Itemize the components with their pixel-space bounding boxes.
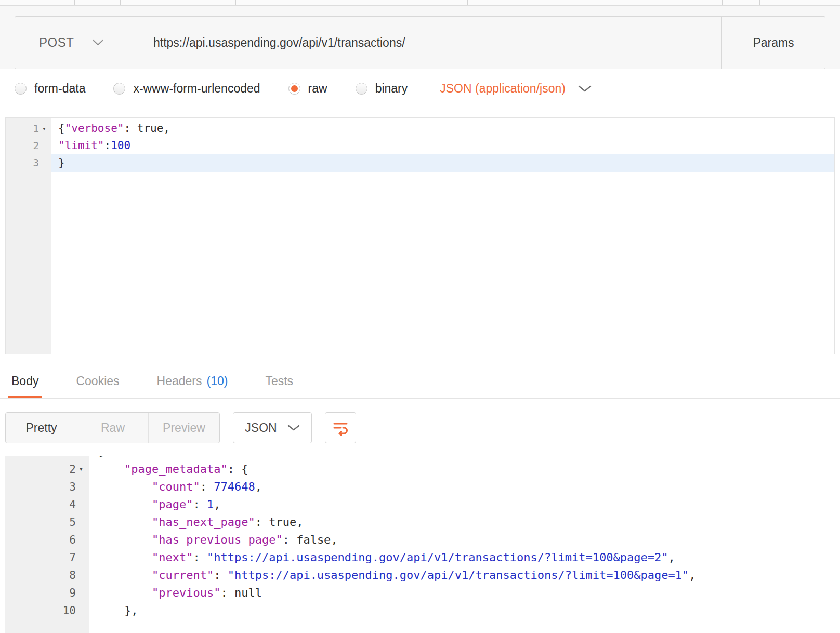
url-input[interactable]: https://api.usaspending.gov/api/v1/trans…	[136, 17, 721, 69]
response-toolbar: Pretty Raw Preview JSON	[0, 399, 840, 456]
code-line: 1▾{"verbose": true,	[6, 120, 834, 137]
radio-label: form-data	[34, 82, 85, 96]
view-mode-pretty[interactable]: Pretty	[6, 413, 77, 443]
fold-arrow-icon[interactable]: ▾	[76, 460, 86, 478]
code-line: 2▾ "page_metadata": {	[5, 460, 835, 478]
response-body-viewer[interactable]: 1{2▾ "page_metadata": {3 "count": 774648…	[5, 456, 835, 633]
body-type-radio-raw[interactable]: raw	[288, 82, 327, 96]
code-line: 2"limit":100	[6, 137, 834, 154]
body-type-radio-binary[interactable]: binary	[356, 82, 408, 96]
radio-label: binary	[375, 82, 408, 96]
response-tab-cookies[interactable]: Cookies	[73, 366, 122, 398]
code-line: 1{	[5, 456, 835, 460]
view-mode-preview[interactable]: Preview	[148, 413, 219, 443]
tab-divider	[120, 0, 121, 5]
code-line: 3 "count": 774648,	[5, 478, 835, 496]
tab-divider	[640, 0, 640, 5]
code-text: "limit":100	[51, 137, 834, 154]
request-bar: POST https://api.usaspending.gov/api/v1/…	[15, 16, 825, 69]
line-number: 2	[6, 137, 51, 154]
tab-divider	[759, 0, 760, 5]
view-mode-group: Pretty Raw Preview	[5, 412, 220, 443]
code-text: "page_metadata": {	[89, 460, 835, 478]
code-line: 4 "page": 1,	[5, 496, 835, 513]
view-mode-raw[interactable]: Raw	[77, 413, 148, 443]
response-tab-body[interactable]: Body	[8, 366, 42, 398]
method-dropdown[interactable]: POST	[15, 17, 136, 69]
params-button[interactable]: Params	[721, 17, 825, 69]
line-number: 3	[5, 478, 89, 496]
code-line: 8 "current": "https://api.usaspending.go…	[5, 566, 835, 584]
line-number: 3	[6, 154, 51, 172]
request-bar-area: POST https://api.usaspending.gov/api/v1/…	[0, 6, 840, 69]
code-text: {"verbose": true,	[51, 120, 834, 137]
tab-label: Body	[11, 374, 38, 388]
response-code: 1{2▾ "page_metadata": {3 "count": 774648…	[5, 456, 835, 619]
chevron-down-icon	[287, 425, 300, 431]
line-number: 7	[5, 549, 89, 566]
content-type-label: JSON (application/json)	[440, 82, 566, 96]
response-tabs: Body Cookies Headers (10) Tests	[0, 366, 840, 399]
wrap-text-button[interactable]	[325, 412, 356, 443]
format-label: JSON	[245, 421, 277, 435]
code-text: "has_previous_page": false,	[89, 531, 835, 549]
response-tab-headers[interactable]: Headers (10)	[154, 366, 231, 398]
line-number: 10	[5, 602, 89, 619]
line-number: 1▾	[6, 120, 51, 137]
code-text: }	[51, 154, 834, 172]
content-type-dropdown[interactable]: JSON (application/json)	[440, 82, 592, 96]
code-text: "previous": null	[89, 584, 835, 602]
line-number: 4	[5, 496, 89, 513]
tab-divider	[235, 0, 236, 5]
body-type-row: form-data x-www-form-urlencoded raw bina…	[0, 69, 840, 117]
tab-divider	[607, 0, 607, 5]
code-line: 5 "has_next_page": true,	[5, 513, 835, 531]
code-text: },	[89, 602, 835, 619]
method-label: POST	[39, 35, 74, 50]
tab-label: Tests	[265, 374, 293, 388]
tab-label: Cookies	[76, 374, 119, 388]
code-text: "current": "https://api.usaspending.gov/…	[89, 566, 835, 584]
headers-count-badge: (10)	[206, 374, 228, 388]
radio-icon	[113, 83, 125, 95]
tab-divider	[243, 0, 243, 5]
tab-divider	[484, 0, 484, 5]
line-number: 9	[5, 584, 89, 602]
request-body-editor[interactable]: 1▾{"verbose": true,2"limit":1003}	[5, 117, 835, 354]
code-line: 7 "next": "https://api.usaspending.gov/a…	[5, 549, 835, 566]
chevron-down-icon	[578, 85, 592, 92]
code-text: "has_next_page": true,	[89, 513, 835, 531]
code-text: "next": "https://api.usaspending.gov/api…	[89, 549, 835, 566]
fold-arrow-icon[interactable]: ▾	[39, 120, 49, 137]
radio-label: raw	[308, 82, 327, 96]
line-number: 8	[5, 566, 89, 584]
body-type-radio-x-www-form-urlencoded[interactable]: x-www-form-urlencoded	[113, 82, 260, 96]
top-tab-strip	[0, 0, 840, 6]
body-type-radio-form-data[interactable]: form-data	[15, 82, 85, 96]
line-number: 1	[5, 456, 89, 460]
tab-label: Headers	[157, 374, 202, 388]
line-number: 6	[5, 531, 89, 549]
radio-label: x-www-form-urlencoded	[133, 82, 260, 96]
code-line: 10 },	[5, 602, 835, 619]
tab-divider	[467, 0, 468, 5]
radio-icon	[356, 83, 368, 95]
line-number: 5	[5, 513, 89, 531]
radio-icon	[15, 83, 27, 95]
wrap-text-icon	[332, 419, 349, 437]
tab-divider	[323, 0, 323, 5]
line-number: 2▾	[5, 460, 89, 478]
code-line: 9 "previous": null	[5, 584, 835, 602]
code-line: 6 "has_previous_page": false,	[5, 531, 835, 549]
response-tab-tests[interactable]: Tests	[262, 366, 296, 398]
code-text: "count": 774648,	[89, 478, 835, 496]
format-dropdown[interactable]: JSON	[233, 412, 312, 443]
tab-divider	[74, 0, 75, 5]
chevron-down-icon	[93, 39, 103, 46]
tab-divider	[404, 0, 404, 5]
tab-divider	[722, 0, 723, 5]
radio-icon	[288, 83, 300, 95]
code-line: 3}	[6, 154, 834, 172]
code-text: "page": 1,	[89, 496, 835, 513]
code-text: {	[89, 456, 835, 460]
